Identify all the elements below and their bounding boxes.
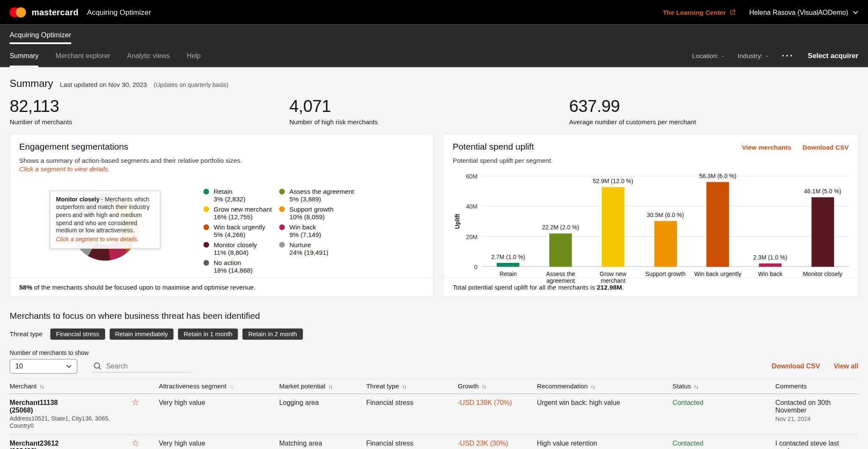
column-header-recommendation[interactable]: Recommendation↑↓	[537, 383, 673, 390]
threat-pill-retain-in-1-month[interactable]: Retain in 1 month	[178, 329, 238, 340]
sort-icon[interactable]: ↑↓	[39, 383, 44, 389]
legend-text: Win back9% (7,149)	[289, 224, 321, 239]
segment-cta-link[interactable]: Click a segment to view details.	[19, 166, 424, 173]
bar-grow-new-merchant[interactable]	[602, 187, 624, 267]
merchant-text: Merchant11138(25068)Address10521, State1…	[10, 399, 132, 429]
threat-pill-financial-stress[interactable]: Financial stress	[50, 329, 105, 340]
sort-icon[interactable]: ↑↓	[402, 383, 406, 389]
comment-date: Nov 21, 2024	[775, 416, 851, 423]
product-tab-acquiring-optimizer[interactable]: Acquiring Optimizer	[10, 31, 71, 44]
sort-icon[interactable]: ↑↓	[694, 383, 698, 389]
engagement-subtitle: Shows a summary of action-based segments…	[19, 157, 424, 164]
select-acquirer-button[interactable]: Select acquirer	[808, 52, 859, 60]
learning-center-link[interactable]: The Learning Center	[663, 9, 736, 16]
favorite-star-icon[interactable]: ☆	[131, 399, 139, 429]
legend-stats: 3% (2,832)	[214, 196, 245, 204]
kpi-high-risk-merchants: 4,071 Number of high risk merchants	[289, 97, 569, 125]
threat-pill-retain-immediately[interactable]: Retain immediately	[109, 329, 173, 340]
cell-growth: -USD 139K (70%)	[458, 399, 537, 429]
merchant-name: Merchant11138	[10, 399, 132, 407]
table-download-csv-link[interactable]: Download CSV	[772, 363, 820, 371]
tab-analytic-views[interactable]: Analytic views	[127, 44, 170, 67]
cell-recommendation: High value retention	[537, 439, 673, 449]
tab-help[interactable]: Help	[187, 44, 201, 67]
uplift-subtitle: Potential spend uplift per segment.	[453, 157, 849, 164]
user-name: Helena Rasova (VisualAODemo)	[749, 8, 849, 16]
sort-icon[interactable]: ↑↓	[328, 383, 332, 389]
engagement-footer: 58% of the merchants should be focused u…	[10, 278, 434, 297]
favorite-star-icon[interactable]: ☆	[131, 439, 139, 449]
engagement-card: Engagement segmentations Shows a summary…	[10, 134, 434, 298]
column-header-threat-type[interactable]: Threat type↑↓	[366, 383, 458, 390]
bar-column: 52.9M (12.0 %)	[587, 176, 640, 267]
table-links: Download CSV View all	[772, 363, 858, 371]
bar-win-back-urgently[interactable]	[707, 182, 729, 267]
legend-item-win-back-urgently[interactable]: Win back urgently5% (4,266)	[203, 224, 279, 239]
search-input[interactable]	[106, 362, 183, 370]
legend-item-win-back[interactable]: Win back9% (7,149)	[279, 224, 381, 239]
bar-monitor-closely[interactable]	[811, 197, 834, 267]
bar-assess-the-agreement[interactable]	[549, 233, 572, 267]
view-merchants-link[interactable]: View merchants	[742, 144, 791, 151]
table-row-merchant23612[interactable]: Merchant23612(108406)State11, City3917, …	[10, 435, 859, 449]
tooltip-cta-link[interactable]: Click a segment to view details.	[56, 236, 154, 243]
more-options-icon[interactable]: ···	[782, 53, 794, 59]
threat-pills: Financial stressRetain immediatelyRetain…	[50, 329, 303, 340]
column-header-attractiveness-segment[interactable]: Attractiveness segment↑↓	[159, 383, 279, 390]
cell-growth: -USD 23K (30%)	[458, 439, 537, 449]
tab-merchant-explorer[interactable]: Merchant explorer	[56, 44, 110, 67]
column-header-merchant[interactable]: Merchant↑↓	[10, 383, 159, 390]
download-csv-link[interactable]: Download CSV	[803, 144, 849, 151]
legend-text: Assess the agreement5% (3,889)	[289, 188, 354, 203]
column-header-growth[interactable]: Growth↑↓	[458, 383, 537, 390]
uplift-header: Potential spend uplift View merchants Do…	[453, 142, 849, 152]
legend-item-no-action[interactable]: No action18% (14,868)	[203, 259, 279, 274]
threat-pill-retain-in-2-month[interactable]: Retain in 2 month	[242, 329, 303, 340]
column-label: Growth	[458, 383, 479, 390]
bar-value-label: 2.3M (1.0 %)	[753, 254, 787, 260]
table-row-merchant11138[interactable]: Merchant11138(25068)Address10521, State1…	[10, 394, 859, 435]
tab-summary[interactable]: Summary	[10, 44, 39, 67]
y-axis-tick: 0	[474, 263, 478, 270]
location-filter: Location:-	[692, 52, 724, 59]
legend-item-assess-the-agreement[interactable]: Assess the agreement5% (3,889)	[279, 188, 381, 203]
update-note: (Updates on quarterly basis)	[154, 81, 228, 88]
table-controls: 10 Download CSV View all	[10, 359, 859, 374]
threat-filter-row: Threat type Financial stressRetain immed…	[10, 329, 859, 340]
bar-support-growth[interactable]	[654, 221, 676, 267]
user-menu[interactable]: Helena Rasova (VisualAODemo)	[749, 8, 859, 16]
legend-text: Nurture24% (19,491)	[289, 242, 328, 257]
sort-icon[interactable]: ↑↓	[229, 383, 234, 389]
view-all-link[interactable]: View all	[834, 363, 858, 371]
cards-row: Engagement segmentations Shows a summary…	[10, 134, 859, 298]
chevron-down-icon	[66, 365, 72, 368]
legend-item-retain[interactable]: Retain3% (2,832)	[203, 188, 279, 203]
bar-retain[interactable]	[497, 263, 519, 267]
merchant-count-select[interactable]: 10	[10, 359, 78, 374]
cell-attractiveness: Very high value	[159, 439, 279, 449]
bar-win-back[interactable]	[759, 263, 782, 267]
legend-text: Monitor closely11% (8,804)	[214, 242, 257, 257]
uplift-links: View merchants Download CSV	[742, 144, 849, 151]
column-header-market-potential[interactable]: Market potential↑↓	[279, 383, 366, 390]
column-label: Status	[673, 383, 691, 390]
column-label: Market potential	[279, 383, 326, 390]
cell-status: Contacted	[673, 439, 776, 449]
legend-item-grow-new-merchant[interactable]: Grow new merchant16% (12,755)	[203, 206, 279, 221]
legend-text: Grow new merchant16% (12,755)	[214, 206, 272, 221]
search-box[interactable]	[92, 360, 191, 372]
legend-item-monitor-closely[interactable]: Monitor closely11% (8,804)	[203, 242, 279, 257]
bar-plot: 2.7M (1.0 %)22.2M (2.0 %)52.9M (12.0 %)3…	[482, 176, 849, 267]
column-header-status[interactable]: Status↑↓	[673, 383, 776, 390]
external-link-icon	[729, 9, 736, 15]
comment-text: Contacted on 30th November	[775, 399, 851, 414]
legend-label: No action	[214, 259, 253, 267]
legend-item-support-growth[interactable]: Support growth10% (8,059)	[279, 206, 381, 221]
legend-item-nurture[interactable]: Nurture24% (19,491)	[279, 242, 381, 257]
nav-tab-row: SummaryMerchant explorerAnalytic viewsHe…	[10, 44, 859, 67]
bar-column: 46.1M (5.0 %)	[796, 176, 849, 267]
merchant-count-value: 10	[15, 363, 23, 371]
sort-icon[interactable]: ↑↓	[591, 383, 595, 389]
sort-icon[interactable]: ↑↓	[481, 383, 486, 389]
merchants-table: Merchant↑↓Attractiveness segment↑↓Market…	[10, 379, 859, 449]
